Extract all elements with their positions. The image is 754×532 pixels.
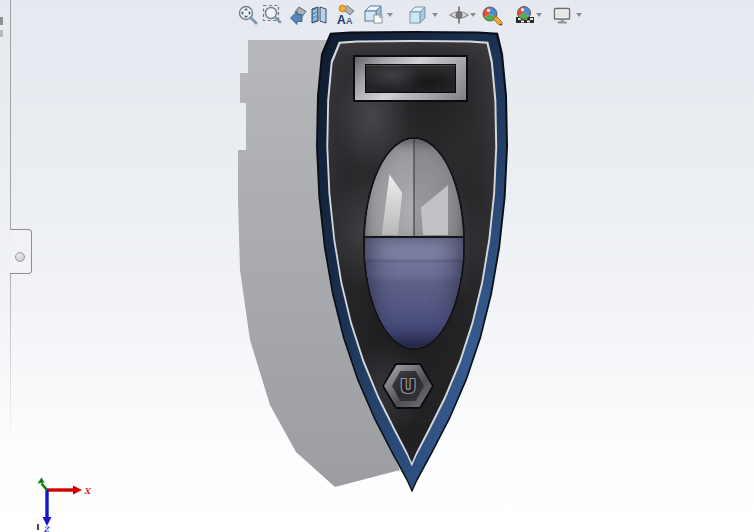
- reference-triad: x z: [33, 474, 99, 532]
- svg-text:A: A: [346, 16, 353, 26]
- display-style-dropdown-arrow[interactable]: [432, 13, 438, 17]
- canopy-seam: [413, 139, 415, 236]
- triad-x-arrowhead: [73, 486, 82, 495]
- view-orientation-dropdown-arrow[interactable]: [387, 13, 393, 17]
- view-orientation-button[interactable]: [362, 4, 384, 26]
- display-style-button[interactable]: [406, 4, 428, 26]
- grip-dot-icon: [15, 252, 25, 262]
- view-settings-dropdown-arrow[interactable]: [576, 13, 582, 17]
- dynamic-annotation-views-button[interactable]: A A: [334, 4, 356, 26]
- apply-scene-icon: [514, 4, 536, 26]
- zoom-to-area-icon: [262, 4, 284, 26]
- panel-edge-artifact: [0, 30, 3, 37]
- triad-y-axis: [42, 484, 48, 491]
- edit-appearance-button[interactable]: [481, 4, 503, 26]
- heads-up-view-toolbar: A A: [0, 0, 754, 30]
- view-settings-button[interactable]: [551, 4, 573, 26]
- hide-show-items-dropdown-arrow[interactable]: [470, 13, 476, 17]
- viewport-canvas[interactable]: U: [0, 0, 754, 532]
- panel-border: [10, 0, 11, 446]
- previous-view-button[interactable]: [287, 4, 309, 26]
- zoom-to-fit-button[interactable]: [237, 4, 259, 26]
- cockpit-canopy: [363, 137, 465, 350]
- apply-scene-button[interactable]: [514, 4, 536, 26]
- section-view-button[interactable]: [309, 4, 331, 26]
- hide-show-items-icon: [448, 4, 470, 26]
- emblem-letter: U: [400, 374, 416, 398]
- triad-y-arrowhead: [38, 478, 45, 484]
- dynamic-annotation-views-icon: A A: [334, 4, 356, 26]
- hide-show-items-button[interactable]: [448, 4, 470, 26]
- svg-text:A: A: [337, 13, 346, 26]
- panel-splitter-tab[interactable]: [10, 229, 32, 274]
- triad-z-label: z: [44, 523, 51, 532]
- zoom-to-area-button[interactable]: [262, 4, 284, 26]
- bow-hatch: [353, 55, 468, 102]
- apply-scene-dropdown-arrow[interactable]: [536, 13, 542, 17]
- view-settings-icon: [551, 4, 573, 26]
- zoom-to-fit-icon: [237, 4, 259, 26]
- edit-appearance-icon: [481, 4, 503, 26]
- view-orientation-icon: [362, 4, 384, 26]
- panel-edge-artifact: [0, 17, 3, 25]
- display-style-icon: [406, 4, 428, 26]
- bow-hatch-panel: [365, 64, 456, 93]
- triad-x-label: x: [84, 484, 92, 497]
- section-view-icon: [309, 4, 331, 26]
- boat-model[interactable]: U: [310, 31, 510, 493]
- previous-view-icon: [287, 4, 309, 26]
